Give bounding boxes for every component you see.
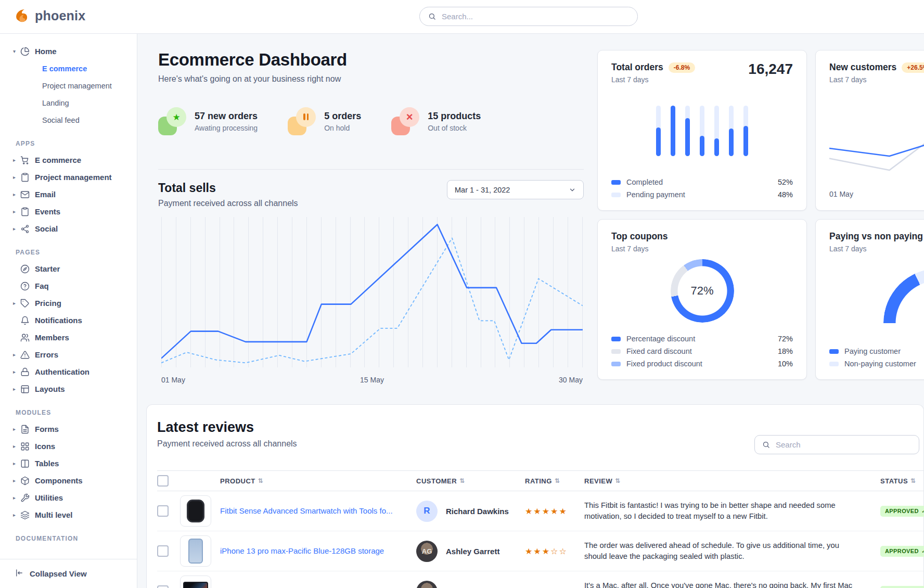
legend-swatch: [611, 193, 621, 197]
sidebar: ▾HomeE commerceProject managementLanding…: [0, 33, 137, 588]
rating-stars: ★★★★☆: [525, 586, 584, 588]
total-sells-subtitle: Payment received across all channels: [158, 199, 584, 208]
new-customers-period: Last 7 days: [829, 75, 924, 84]
product-thumbnail-phone: [180, 535, 211, 567]
sidebar-item-events[interactable]: ▸Events: [0, 203, 137, 220]
row-checkbox[interactable]: [157, 585, 169, 588]
column-header-customer[interactable]: CUSTOMER ⇅: [416, 477, 525, 485]
sort-icon: ⇅: [258, 477, 264, 484]
caret-right-icon: ▸: [13, 495, 20, 501]
top-navbar: phoenix: [0, 0, 924, 34]
order-bar: [685, 106, 690, 156]
product-thumbnail-laptop: [180, 576, 211, 588]
legend-swatch: [611, 349, 621, 354]
column-header-rating[interactable]: RATING ⇅: [525, 477, 584, 485]
mail-icon: [20, 190, 30, 199]
date-range-value: Mar 1 - 31, 2022: [455, 186, 510, 194]
legend-swatch: [611, 180, 621, 185]
sidebar-item-multi-level[interactable]: ▸Multi level: [0, 506, 137, 523]
sidebar-item-layouts[interactable]: ▸Layouts: [0, 380, 137, 398]
sidebar-item-starter[interactable]: Starter: [0, 260, 137, 277]
paying-gauge-chart: [883, 269, 924, 323]
date-range-select[interactable]: Mar 1 - 31, 2022: [447, 180, 584, 199]
customer-avatar: WB: [416, 581, 438, 588]
sidebar-item-components[interactable]: ▸Components: [0, 472, 137, 489]
top-coupons-center-value: 72%: [671, 259, 734, 323]
sidebar-subitem-e-commerce[interactable]: E commerce: [0, 60, 137, 77]
order-bar: [656, 106, 661, 156]
sidebar-item-pricing[interactable]: ▸Pricing: [0, 295, 137, 312]
layers-icon: [20, 510, 30, 520]
sort-icon: ⇅: [555, 477, 560, 484]
sidebar-item-authentication[interactable]: ▸Authentication: [0, 363, 137, 380]
brand[interactable]: phoenix: [14, 7, 85, 24]
column-header-status[interactable]: STATUS ⇅: [880, 477, 923, 485]
sidebar-subitem-social-feed[interactable]: Social feed: [0, 111, 137, 129]
collapse-left-icon: [15, 568, 24, 579]
reviews-search[interactable]: [754, 435, 919, 454]
rating-stars: ★★★★★: [525, 506, 584, 516]
column-header-product[interactable]: PRODUCT ⇅: [220, 477, 416, 485]
sidebar-item-icons[interactable]: ▸Icons: [0, 438, 137, 455]
table-header-row: PRODUCT ⇅CUSTOMER ⇅RATING ⇅REVIEW ⇅STATU…: [157, 470, 923, 491]
product-link[interactable]: iPhone 13 pro max-Pacific Blue-128GB sto…: [220, 546, 416, 556]
share-icon: [20, 224, 30, 234]
stat-label: Out of stock: [428, 124, 481, 132]
sidebar-item-errors[interactable]: ▸Errors: [0, 346, 137, 363]
sidebar-section-pages: PAGES: [0, 237, 137, 260]
order-bar: [700, 106, 704, 156]
x-tick-label: 15 May: [360, 376, 384, 384]
product-link[interactable]: Fitbit Sense Advanced Smartwatch with To…: [220, 506, 416, 516]
stat-value: 15 products: [428, 111, 481, 122]
legend-row-non-paying-customer: Non-paying customer: [829, 360, 924, 368]
customer-avatar: R: [416, 501, 438, 522]
legend-row-fixed-card-discount: Fixed card discount18%: [611, 347, 793, 355]
total-sells-lines: [161, 217, 583, 367]
clipboard-icon: [20, 173, 30, 182]
sidebar-item-tables[interactable]: ▸Tables: [0, 455, 137, 472]
row-checkbox[interactable]: [157, 545, 169, 557]
select-all-checkbox[interactable]: [157, 475, 169, 487]
caret-right-icon: ▸: [13, 209, 20, 214]
reviews-search-input[interactable]: [775, 440, 912, 450]
global-search-input[interactable]: [441, 11, 629, 21]
brand-name: phoenix: [35, 8, 85, 23]
sidebar-item-project-management[interactable]: ▸Project management: [0, 169, 137, 186]
sidebar-item-email[interactable]: ▸Email: [0, 186, 137, 203]
page-title: Ecommerce Dashboard: [158, 50, 347, 70]
sidebar-item-utilities[interactable]: ▸Utilities: [0, 489, 137, 506]
sidebar-subitem-landing[interactable]: Landing: [0, 94, 137, 111]
stat-label: On hold: [324, 124, 361, 132]
section-divider: [158, 169, 584, 170]
new-customers-x-label: 01 May: [829, 190, 924, 198]
row-checkbox[interactable]: [157, 505, 169, 517]
sidebar-item-e-commerce[interactable]: ▸E commerce: [0, 151, 137, 169]
collapsed-view-toggle[interactable]: Collapsed View: [0, 559, 137, 588]
sidebar-subitem-project-management[interactable]: Project management: [0, 77, 137, 94]
column-header-review[interactable]: REVIEW ⇅: [584, 477, 880, 485]
stat-value: 57 new orders: [195, 111, 258, 122]
product-link[interactable]: Apple MacBook Pro 13 inch-M1-8/256GB: [220, 586, 416, 588]
product-thumbnail-watch: [180, 495, 211, 527]
sidebar-item-notifications[interactable]: Notifications: [0, 312, 137, 329]
page-subtitle: Here's what's going on at your business …: [158, 74, 347, 84]
dashboard-header: Ecommerce Dashboard Here's what's going …: [158, 50, 347, 84]
total-orders-value: 16,247: [748, 61, 793, 78]
sidebar-item-social[interactable]: ▸Social: [0, 220, 137, 237]
global-search[interactable]: [419, 7, 638, 26]
legend-swatch: [611, 337, 621, 341]
caret-right-icon: ▸: [13, 157, 20, 163]
sidebar-item-members[interactable]: Members: [0, 329, 137, 346]
total-orders-change-badge: -6.8%: [669, 62, 695, 73]
sidebar-item-home[interactable]: ▾Home: [0, 43, 137, 60]
caret-right-icon: ▸: [13, 461, 20, 466]
legend-swatch: [611, 362, 621, 366]
top-coupons-period: Last 7 days: [611, 245, 793, 253]
order-stats-row: ★57 new ordersAwating processing5 orders…: [158, 107, 481, 135]
caret-right-icon: ▸: [13, 443, 20, 449]
sidebar-item-forms[interactable]: ▸Forms: [0, 420, 137, 438]
sidebar-item-faq[interactable]: Faq: [0, 277, 137, 295]
sidebar-section-modules: MODULES: [0, 398, 137, 420]
compass-icon: [20, 264, 30, 274]
total-orders-card: Total orders -6.8% Last 7 days 16,247 Co…: [597, 50, 807, 211]
